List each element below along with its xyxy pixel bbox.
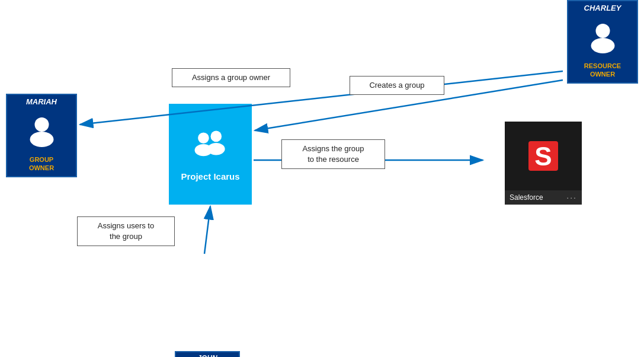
svg-point-4	[198, 132, 209, 144]
svg-point-7	[207, 143, 225, 155]
svg-point-0	[595, 24, 610, 38]
arrow-users-to-icarus	[204, 206, 210, 254]
charley-name: CHARLEY	[568, 1, 637, 15]
arrow-charley-to-mariah	[80, 71, 563, 125]
svg-point-3	[30, 132, 53, 147]
salesforce-name: Salesforce	[510, 193, 543, 202]
mariah-role: GROUPOWNER	[7, 153, 76, 176]
charley-card: CHARLEY RESOURCEOWNER	[567, 0, 638, 84]
mariah-name: MARIAH	[7, 95, 76, 109]
creates-group-text: Creates a group	[369, 81, 424, 90]
salesforce-footer: Salesforce ···	[505, 190, 582, 205]
project-icarus-label: Project Icarus	[181, 171, 239, 181]
svg-point-2	[34, 117, 49, 132]
label-assigns-group-resource: Assigns the groupto the resource	[281, 139, 385, 169]
charley-avatar	[568, 15, 637, 59]
svg-point-1	[591, 38, 614, 53]
label-assigns-users-group: Assigns users tothe group	[77, 216, 175, 246]
salesforce-logo: S	[526, 122, 561, 190]
mariah-avatar	[7, 109, 76, 153]
mariah-card: MARIAH GROUPOWNER	[6, 94, 77, 177]
assigns-group-owner-text: Assigns a group owner	[192, 73, 270, 82]
project-icarus-card: Project Icarus	[169, 104, 252, 205]
svg-point-6	[210, 131, 222, 142]
svg-text:S: S	[534, 142, 552, 171]
salesforce-card: S Salesforce ···	[505, 122, 582, 205]
charley-role: RESOURCEOWNER	[568, 59, 637, 82]
label-assigns-group-owner: Assigns a group owner	[172, 68, 290, 87]
salesforce-dots: ···	[566, 193, 577, 202]
john-name: JOHN	[176, 352, 239, 357]
john-card: JOHN	[175, 351, 240, 357]
label-creates-group: Creates a group	[350, 76, 444, 95]
group-icon	[191, 127, 230, 167]
